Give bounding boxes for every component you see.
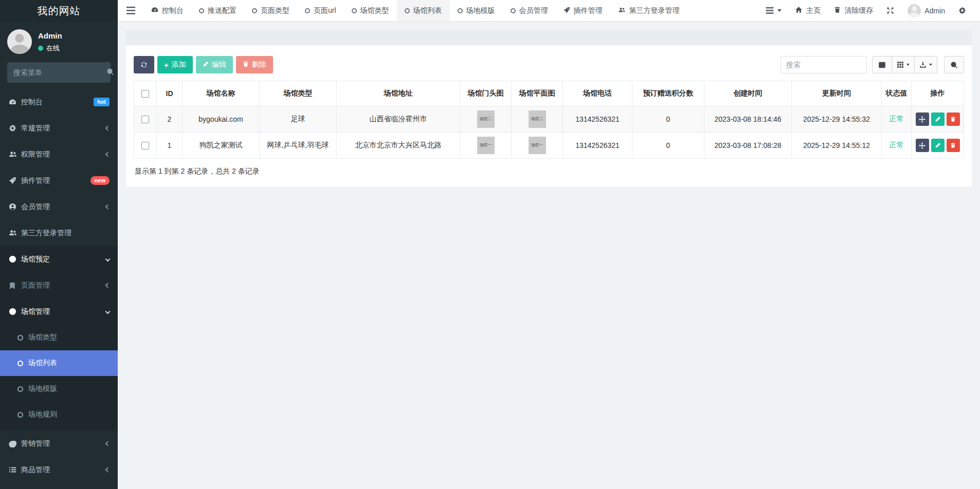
- tab-member-mgmt[interactable]: 会员管理: [503, 0, 556, 21]
- hamburger-icon[interactable]: [118, 0, 143, 21]
- col-name: 场馆名称: [183, 81, 260, 106]
- panel-heading: [126, 30, 972, 45]
- row-move-button[interactable]: [916, 139, 929, 152]
- gauge-icon: [151, 6, 158, 15]
- ball-icon: [9, 255, 21, 263]
- tab-page-type[interactable]: 页面类型: [244, 0, 297, 21]
- settings-gear-icon[interactable]: [952, 0, 973, 22]
- tab-third-login[interactable]: 第三方登录管理: [610, 0, 687, 21]
- search-toggle-button[interactable]: [944, 56, 964, 73]
- clear-cache-link[interactable]: 清除缓存: [827, 0, 880, 22]
- circle-icon: [352, 8, 357, 13]
- sidebar-search-input[interactable]: [13, 68, 106, 77]
- sidebar-item-label: 第三方登录管理: [21, 229, 110, 238]
- row-checkbox[interactable]: [141, 116, 149, 123]
- detail-view-button[interactable]: [872, 56, 892, 73]
- plan-image-thumbnail[interactable]: 场馆二: [529, 110, 546, 128]
- sidebar-item-marketing[interactable]: 营销管理: [0, 430, 118, 457]
- cell-address: 山西省临汾霍州市: [337, 106, 460, 133]
- tab-addon-mgmt[interactable]: 插件管理: [556, 0, 610, 21]
- col-address: 场馆地址: [337, 81, 460, 106]
- export-button[interactable]: [915, 56, 937, 73]
- users-icon: [9, 229, 21, 237]
- circle-icon: [305, 8, 310, 13]
- delete-button[interactable]: 删除: [236, 56, 273, 73]
- sidebar: 我的网站 Admin 在线 控制台 hot 常规管理 权限管理: [0, 0, 118, 489]
- add-label: 添加: [172, 60, 186, 69]
- cell-points: 0: [632, 133, 704, 159]
- select-all-checkbox[interactable]: [141, 90, 149, 98]
- user-status-label: 在线: [46, 44, 60, 53]
- sidebar-item-auth[interactable]: 权限管理: [0, 141, 118, 167]
- sidebar-item-page-mgmt[interactable]: 页面管理: [0, 272, 118, 298]
- plan-image-thumbnail[interactable]: 场馆一: [529, 137, 546, 154]
- navbar-avatar: [908, 4, 921, 17]
- tab-bar: 控制台 推送配置 页面类型 页面url 场馆类型 场馆列表 场地模版 会员管理 …: [143, 0, 687, 21]
- sidebar-item-venue-type[interactable]: 场馆类型: [0, 325, 118, 350]
- sidebar-item-venue-list[interactable]: 场馆列表: [0, 350, 118, 376]
- caret-down-icon: [777, 9, 782, 12]
- search-icon[interactable]: [106, 68, 114, 78]
- tab-page-url[interactable]: 页面url: [297, 0, 344, 21]
- tab-field-template[interactable]: 场地模版: [450, 0, 503, 21]
- user-circle-icon: [9, 203, 21, 211]
- sidebar-item-third-login[interactable]: 第三方登录管理: [0, 220, 118, 246]
- chevron-down-icon: [105, 257, 111, 262]
- columns-button[interactable]: [892, 56, 915, 73]
- sidebar-search: [7, 62, 111, 83]
- fullscreen-icon[interactable]: [880, 0, 901, 22]
- sidebar-item-addon[interactable]: 插件管理 new: [0, 167, 118, 194]
- cell-created: 2023-03-08 17:08:28: [704, 133, 792, 159]
- sidebar-item-field-rule[interactable]: 场地规则: [0, 402, 118, 427]
- row-edit-button[interactable]: [931, 112, 945, 126]
- row-edit-button[interactable]: [931, 139, 945, 152]
- row-checkbox[interactable]: [141, 142, 149, 149]
- front-image-thumbnail[interactable]: 场馆一: [477, 137, 495, 154]
- table-search-input[interactable]: [781, 56, 867, 73]
- user-menu[interactable]: Admin: [901, 0, 952, 22]
- tab-list-dropdown[interactable]: [759, 0, 788, 22]
- sidebar-item-orders[interactable]: 订单管理: [0, 483, 118, 489]
- edit-button[interactable]: 编辑: [196, 56, 233, 73]
- tab-push-config[interactable]: 推送配置: [191, 0, 244, 21]
- add-button[interactable]: + 添加: [157, 56, 193, 73]
- sidebar-item-member[interactable]: 会员管理: [0, 194, 118, 220]
- sidebar-item-venue-mgmt[interactable]: 场馆管理: [0, 298, 118, 325]
- sidebar-item-label: 会员管理: [21, 202, 106, 212]
- tab-venue-type[interactable]: 场馆类型: [344, 0, 397, 21]
- sidebar-item-dashboard[interactable]: 控制台 hot: [0, 89, 118, 115]
- cell-phone: 13142526321: [563, 133, 632, 159]
- row-move-button[interactable]: [916, 112, 929, 126]
- front-image-thumbnail[interactable]: 场馆二: [477, 110, 495, 128]
- tab-label: 场地模版: [466, 6, 495, 15]
- table-header-row: ID 场馆名称 场馆类型 场馆地址 场馆门头图 场馆平面图 场馆电话 预订赠送积…: [134, 81, 964, 106]
- trash-icon: [243, 61, 249, 69]
- refresh-button[interactable]: [134, 56, 154, 73]
- users-icon: [618, 7, 626, 15]
- home-link[interactable]: 主页: [788, 0, 827, 22]
- sidebar-item-general[interactable]: 常规管理: [0, 115, 118, 141]
- tab-label: 插件管理: [574, 6, 603, 15]
- sidebar-item-label: 营销管理: [21, 439, 106, 448]
- circle-icon: [252, 8, 257, 13]
- col-front-img: 场馆门头图: [460, 81, 512, 106]
- tab-label: 页面类型: [261, 6, 289, 15]
- row-delete-button[interactable]: [947, 112, 960, 126]
- col-points: 预订赠送积分数: [632, 81, 704, 106]
- tab-venue-list[interactable]: 场馆列表: [397, 0, 450, 21]
- sidebar-item-field-template[interactable]: 场地模版: [0, 376, 118, 402]
- tab-dashboard[interactable]: 控制台: [143, 0, 191, 21]
- bookmark-icon: [9, 282, 21, 289]
- tab-label: 会员管理: [519, 6, 548, 15]
- pencil-icon: [203, 61, 209, 69]
- chevron-down-icon: [105, 309, 111, 314]
- sidebar-item-goods[interactable]: 商品管理: [0, 457, 118, 483]
- home-icon: [795, 6, 803, 15]
- panel-body: + 添加 编辑 删除: [126, 45, 972, 187]
- row-delete-button[interactable]: [947, 139, 960, 152]
- cell-id: 1: [157, 133, 183, 159]
- sidebar-item-venue-booking[interactable]: 场馆预定: [0, 246, 118, 272]
- col-type: 场馆类型: [260, 81, 337, 106]
- cell-address: 北京市北京市大兴区马北路: [337, 133, 460, 159]
- sidebar-item-label: 控制台: [21, 98, 94, 107]
